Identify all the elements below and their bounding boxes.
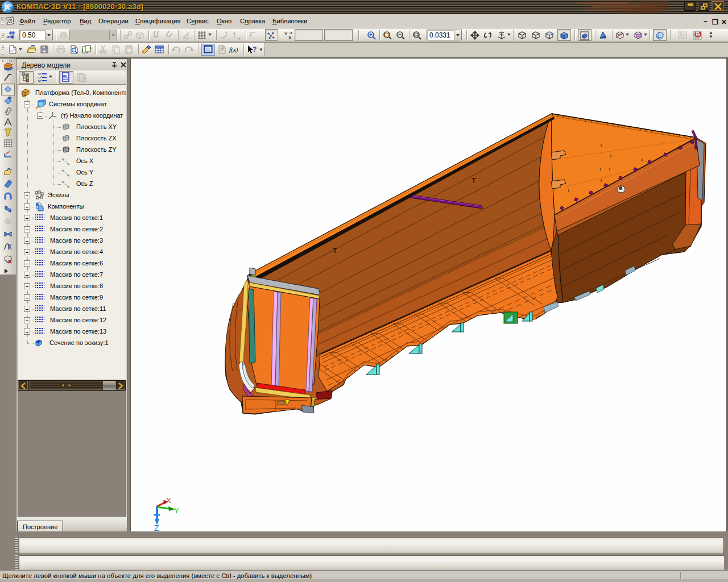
svg-text:X: X <box>166 496 171 505</box>
svg-text:Y: Y <box>174 506 179 515</box>
svg-text:X: X <box>288 35 292 40</box>
svg-text:...: ... <box>158 36 160 40</box>
svg-text:f(x): f(x) <box>229 46 238 53</box>
svg-text:Z: Z <box>154 523 159 531</box>
svg-text:Y: Y <box>284 31 288 36</box>
svg-text:?: ? <box>253 45 257 53</box>
